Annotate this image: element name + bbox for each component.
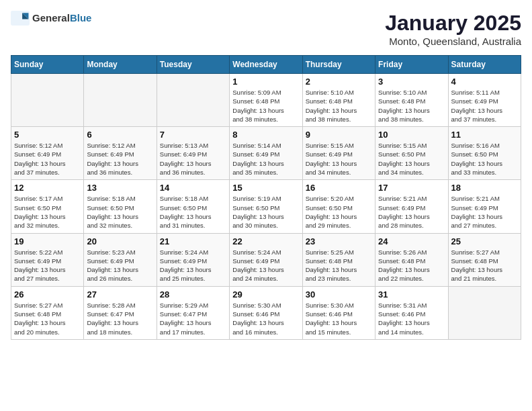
day-info: Sunrise: 5:15 AM Sunset: 6:50 PM Dayligh… <box>378 141 445 177</box>
day-number: 13 <box>87 183 153 193</box>
calendar-cell: 27Sunrise: 5:28 AM Sunset: 6:47 PM Dayli… <box>84 286 157 339</box>
calendar-cell: 26Sunrise: 5:27 AM Sunset: 6:48 PM Dayli… <box>11 286 84 339</box>
day-number: 19 <box>14 236 81 246</box>
day-number: 16 <box>306 183 372 193</box>
weekday-header-row: SundayMondayTuesdayWednesdayThursdayFrid… <box>11 56 521 74</box>
day-info: Sunrise: 5:31 AM Sunset: 6:46 PM Dayligh… <box>378 301 445 336</box>
calendar-cell: 22Sunrise: 5:24 AM Sunset: 6:49 PM Dayli… <box>230 233 302 286</box>
day-number: 3 <box>378 77 445 87</box>
calendar-cell: 11Sunrise: 5:16 AM Sunset: 6:50 PM Dayli… <box>448 127 521 180</box>
day-number: 18 <box>451 183 518 193</box>
day-info: Sunrise: 5:15 AM Sunset: 6:49 PM Dayligh… <box>306 141 372 177</box>
calendar-cell: 18Sunrise: 5:21 AM Sunset: 6:49 PM Dayli… <box>448 180 521 233</box>
calendar-cell <box>157 74 229 127</box>
calendar-cell: 23Sunrise: 5:25 AM Sunset: 6:48 PM Dayli… <box>302 233 375 286</box>
day-number: 31 <box>378 289 445 300</box>
day-number: 27 <box>87 289 153 300</box>
day-info: Sunrise: 5:09 AM Sunset: 6:48 PM Dayligh… <box>232 88 299 124</box>
weekday-header-tuesday: Tuesday <box>157 56 229 74</box>
day-number: 17 <box>378 183 445 193</box>
day-number: 5 <box>14 130 81 140</box>
day-info: Sunrise: 5:10 AM Sunset: 6:48 PM Dayligh… <box>378 88 445 124</box>
logo: GeneralBlue <box>11 11 91 26</box>
day-number: 28 <box>160 289 226 300</box>
day-number: 15 <box>232 183 299 193</box>
calendar-cell: 14Sunrise: 5:18 AM Sunset: 6:50 PM Dayli… <box>157 180 229 233</box>
weekday-header-friday: Friday <box>375 56 448 74</box>
day-info: Sunrise: 5:26 AM Sunset: 6:48 PM Dayligh… <box>378 248 445 283</box>
calendar-cell <box>84 74 157 127</box>
calendar-week-4: 19Sunrise: 5:22 AM Sunset: 6:49 PM Dayli… <box>11 233 521 286</box>
weekday-header-monday: Monday <box>84 56 157 74</box>
calendar-cell: 9Sunrise: 5:15 AM Sunset: 6:49 PM Daylig… <box>302 127 375 180</box>
day-number: 12 <box>14 183 81 193</box>
day-info: Sunrise: 5:29 AM Sunset: 6:47 PM Dayligh… <box>160 301 226 336</box>
calendar-cell: 13Sunrise: 5:18 AM Sunset: 6:50 PM Dayli… <box>84 180 157 233</box>
day-number: 10 <box>378 130 445 140</box>
day-info: Sunrise: 5:27 AM Sunset: 6:48 PM Dayligh… <box>451 248 518 283</box>
day-number: 9 <box>306 130 372 140</box>
day-number: 2 <box>306 77 372 87</box>
day-number: 26 <box>14 289 81 300</box>
calendar-week-5: 26Sunrise: 5:27 AM Sunset: 6:48 PM Dayli… <box>11 286 521 339</box>
day-number: 22 <box>232 236 299 246</box>
calendar-week-1: 1Sunrise: 5:09 AM Sunset: 6:48 PM Daylig… <box>11 74 521 127</box>
day-info: Sunrise: 5:16 AM Sunset: 6:50 PM Dayligh… <box>451 141 518 177</box>
day-info: Sunrise: 5:18 AM Sunset: 6:50 PM Dayligh… <box>87 194 153 230</box>
calendar-cell: 17Sunrise: 5:21 AM Sunset: 6:49 PM Dayli… <box>375 180 448 233</box>
calendar-cell: 30Sunrise: 5:30 AM Sunset: 6:46 PM Dayli… <box>302 286 375 339</box>
calendar-cell: 20Sunrise: 5:23 AM Sunset: 6:49 PM Dayli… <box>84 233 157 286</box>
day-info: Sunrise: 5:13 AM Sunset: 6:49 PM Dayligh… <box>160 141 226 177</box>
day-info: Sunrise: 5:11 AM Sunset: 6:49 PM Dayligh… <box>451 88 518 124</box>
calendar-cell: 29Sunrise: 5:30 AM Sunset: 6:46 PM Dayli… <box>230 286 302 339</box>
day-number: 21 <box>160 236 226 246</box>
calendar-cell: 7Sunrise: 5:13 AM Sunset: 6:49 PM Daylig… <box>157 127 229 180</box>
day-number: 7 <box>160 130 226 140</box>
day-info: Sunrise: 5:21 AM Sunset: 6:49 PM Dayligh… <box>451 194 518 230</box>
title-area: January 2025 Monto, Queensland, Australi… <box>385 11 521 47</box>
day-number: 6 <box>87 130 153 140</box>
weekday-header-wednesday: Wednesday <box>230 56 302 74</box>
day-number: 20 <box>87 236 153 246</box>
day-info: Sunrise: 5:12 AM Sunset: 6:49 PM Dayligh… <box>87 141 153 177</box>
day-info: Sunrise: 5:23 AM Sunset: 6:49 PM Dayligh… <box>87 248 153 283</box>
weekday-header-sunday: Sunday <box>11 56 84 74</box>
day-info: Sunrise: 5:30 AM Sunset: 6:46 PM Dayligh… <box>306 301 372 336</box>
day-info: Sunrise: 5:24 AM Sunset: 6:49 PM Dayligh… <box>160 248 226 283</box>
day-number: 8 <box>232 130 299 140</box>
calendar-cell: 5Sunrise: 5:12 AM Sunset: 6:49 PM Daylig… <box>11 127 84 180</box>
day-info: Sunrise: 5:28 AM Sunset: 6:47 PM Dayligh… <box>87 301 153 336</box>
calendar-cell: 8Sunrise: 5:14 AM Sunset: 6:49 PM Daylig… <box>230 127 302 180</box>
day-info: Sunrise: 5:18 AM Sunset: 6:50 PM Dayligh… <box>160 194 226 230</box>
day-info: Sunrise: 5:30 AM Sunset: 6:46 PM Dayligh… <box>232 301 299 336</box>
calendar-cell: 2Sunrise: 5:10 AM Sunset: 6:48 PM Daylig… <box>302 74 375 127</box>
day-number: 11 <box>451 130 518 140</box>
calendar-cell <box>448 286 521 339</box>
day-info: Sunrise: 5:27 AM Sunset: 6:48 PM Dayligh… <box>14 301 81 336</box>
location-title: Monto, Queensland, Australia <box>385 36 521 47</box>
calendar-cell <box>11 74 84 127</box>
calendar-cell: 31Sunrise: 5:31 AM Sunset: 6:46 PM Dayli… <box>375 286 448 339</box>
calendar-cell: 1Sunrise: 5:09 AM Sunset: 6:48 PM Daylig… <box>230 74 302 127</box>
calendar-cell: 25Sunrise: 5:27 AM Sunset: 6:48 PM Dayli… <box>448 233 521 286</box>
calendar-week-3: 12Sunrise: 5:17 AM Sunset: 6:50 PM Dayli… <box>11 180 521 233</box>
calendar-cell: 15Sunrise: 5:19 AM Sunset: 6:50 PM Dayli… <box>230 180 302 233</box>
day-number: 14 <box>160 183 226 193</box>
weekday-header-saturday: Saturday <box>448 56 521 74</box>
logo-general: GeneralBlue <box>32 12 91 24</box>
calendar-week-2: 5Sunrise: 5:12 AM Sunset: 6:49 PM Daylig… <box>11 127 521 180</box>
logo-icon <box>11 11 30 26</box>
day-number: 23 <box>306 236 372 246</box>
day-info: Sunrise: 5:24 AM Sunset: 6:49 PM Dayligh… <box>232 248 299 283</box>
calendar-cell: 4Sunrise: 5:11 AM Sunset: 6:49 PM Daylig… <box>448 74 521 127</box>
day-number: 30 <box>306 289 372 300</box>
calendar-cell: 3Sunrise: 5:10 AM Sunset: 6:48 PM Daylig… <box>375 74 448 127</box>
day-info: Sunrise: 5:12 AM Sunset: 6:49 PM Dayligh… <box>14 141 81 177</box>
calendar-cell: 19Sunrise: 5:22 AM Sunset: 6:49 PM Dayli… <box>11 233 84 286</box>
day-info: Sunrise: 5:10 AM Sunset: 6:48 PM Dayligh… <box>306 88 372 124</box>
calendar-cell: 24Sunrise: 5:26 AM Sunset: 6:48 PM Dayli… <box>375 233 448 286</box>
page-header: GeneralBlue January 2025 Monto, Queensla… <box>11 11 521 47</box>
calendar-cell: 10Sunrise: 5:15 AM Sunset: 6:50 PM Dayli… <box>375 127 448 180</box>
day-number: 24 <box>378 236 445 246</box>
calendar-cell: 6Sunrise: 5:12 AM Sunset: 6:49 PM Daylig… <box>84 127 157 180</box>
